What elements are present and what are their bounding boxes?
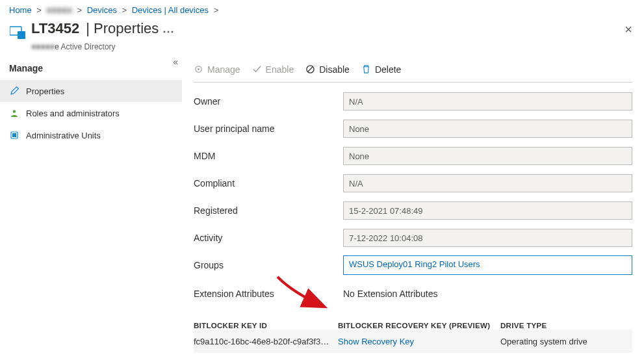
sidebar-section-manage: Manage bbox=[0, 59, 182, 80]
ext-value: No Extension Attributes bbox=[343, 289, 632, 299]
main-content: Manage Enable Disable Delete bbox=[182, 57, 644, 359]
chevron-right-icon: > bbox=[122, 5, 127, 15]
chevron-right-icon: > bbox=[214, 5, 219, 15]
page-subtitle: ■■■■■e Active Directory bbox=[0, 42, 644, 57]
toolbar-label: Disable bbox=[319, 64, 350, 75]
field-label: User principal name bbox=[194, 123, 343, 134]
disable-button[interactable]: Disable bbox=[305, 64, 350, 75]
admin-units-icon bbox=[9, 130, 19, 140]
registered-input bbox=[343, 201, 632, 220]
field-upn: User principal name bbox=[194, 116, 632, 141]
toolbar-label: Enable bbox=[266, 64, 294, 75]
col-header-recovery-key: BITLOCKER RECOVERY KEY (Preview) bbox=[338, 322, 500, 330]
field-mdm: MDM bbox=[194, 144, 632, 168]
toolbar: Manage Enable Disable Delete bbox=[194, 57, 632, 83]
enable-button: Enable bbox=[252, 64, 294, 75]
activity-input bbox=[343, 229, 632, 247]
title-sep: | bbox=[86, 20, 94, 36]
svg-point-6 bbox=[198, 68, 200, 70]
roles-icon bbox=[9, 108, 19, 118]
cell-drive-type: Operating system drive bbox=[500, 337, 632, 346]
delete-button[interactable]: Delete bbox=[361, 64, 401, 75]
field-groups: Groups WSUS Deploy01 Ring2 Pilot Users bbox=[194, 253, 632, 278]
gear-icon bbox=[194, 64, 203, 74]
show-recovery-key-link[interactable]: Show Recovery Key bbox=[338, 337, 500, 346]
cell-key-id: fc9a110c-16bc-46e8-b20f-c9af3f3a9ccd bbox=[194, 337, 338, 346]
disable-icon bbox=[305, 64, 315, 74]
col-header-key-id: BITLOCKER KEY ID bbox=[194, 322, 338, 330]
bitlocker-table-header: BITLOCKER KEY ID BITLOCKER RECOVERY KEY … bbox=[194, 322, 632, 330]
groups-link[interactable]: WSUS Deploy01 Ring2 Pilot Users bbox=[343, 255, 632, 275]
upn-input bbox=[343, 120, 632, 138]
field-label: Registered bbox=[194, 205, 343, 216]
title-page: Properties bbox=[94, 20, 159, 36]
owner-input bbox=[343, 92, 632, 110]
toolbar-label: Delete bbox=[375, 64, 401, 75]
sidebar-item-label: Properties bbox=[26, 86, 64, 96]
col-header-drive-type: DRIVE TYPE bbox=[500, 322, 632, 330]
more-actions-button[interactable]: ⋯ bbox=[162, 24, 174, 38]
sidebar-item-admin-units[interactable]: Administrative Units bbox=[0, 124, 182, 146]
sidebar-item-roles[interactable]: Roles and administrators bbox=[0, 102, 182, 124]
field-activity: Activity bbox=[194, 226, 632, 250]
field-label: Compliant bbox=[194, 178, 343, 188]
field-label: Activity bbox=[194, 233, 343, 243]
field-label: Groups bbox=[194, 260, 343, 270]
page-title: LT3452 | Properties bbox=[31, 20, 159, 37]
chevron-right-icon: > bbox=[36, 5, 42, 15]
page-header: LT3452 | Properties ⋯ × bbox=[0, 18, 644, 42]
subtitle-redacted: ■■■■■ bbox=[31, 42, 55, 51]
sidebar-item-properties[interactable]: Properties bbox=[0, 80, 182, 102]
manage-button: Manage bbox=[194, 64, 240, 75]
field-label: Owner bbox=[194, 96, 343, 107]
breadcrumb-tenant[interactable]: ■■■■■ bbox=[47, 5, 72, 15]
subtitle-suffix: e Active Directory bbox=[55, 42, 115, 51]
bitlocker-row[interactable]: fc9a110c-16bc-46e8-b20f-c9af3f3a9ccd Sho… bbox=[194, 330, 632, 353]
toolbar-label: Manage bbox=[207, 64, 240, 75]
field-registered: Registered bbox=[194, 198, 632, 223]
field-owner: Owner bbox=[194, 89, 632, 114]
compliant-input bbox=[343, 174, 632, 192]
breadcrumb-home[interactable]: Home bbox=[9, 5, 32, 15]
properties-icon bbox=[9, 86, 19, 96]
svg-point-2 bbox=[13, 110, 16, 112]
sidebar: « Manage Properties Roles and administra… bbox=[0, 57, 182, 359]
checkmark-icon bbox=[252, 64, 262, 74]
close-button[interactable]: × bbox=[625, 23, 632, 36]
field-extension-attributes: Extension Attributes No Extension Attrib… bbox=[194, 281, 632, 306]
breadcrumb-all-devices[interactable]: Devices | All devices bbox=[132, 5, 209, 15]
svg-rect-1 bbox=[18, 31, 25, 39]
field-compliant: Compliant bbox=[194, 171, 632, 196]
breadcrumb: Home > ■■■■■ > Devices > Devices | All d… bbox=[0, 0, 644, 18]
trash-icon bbox=[361, 64, 371, 74]
svg-rect-4 bbox=[12, 133, 16, 137]
bitlocker-row[interactable]: b8085fd4-adc6-4400-902d-f752c25f54... Sh… bbox=[194, 353, 632, 359]
breadcrumb-devices[interactable]: Devices bbox=[87, 5, 117, 15]
chevron-right-icon: > bbox=[77, 5, 82, 15]
sidebar-item-label: Administrative Units bbox=[26, 131, 101, 140]
field-label: MDM bbox=[194, 151, 343, 161]
collapse-sidebar-button[interactable]: « bbox=[173, 57, 178, 67]
device-icon bbox=[9, 24, 27, 42]
title-device: LT3452 bbox=[31, 20, 79, 37]
mdm-input bbox=[343, 147, 632, 165]
field-label: Extension Attributes bbox=[194, 289, 343, 299]
sidebar-item-label: Roles and administrators bbox=[26, 109, 120, 118]
